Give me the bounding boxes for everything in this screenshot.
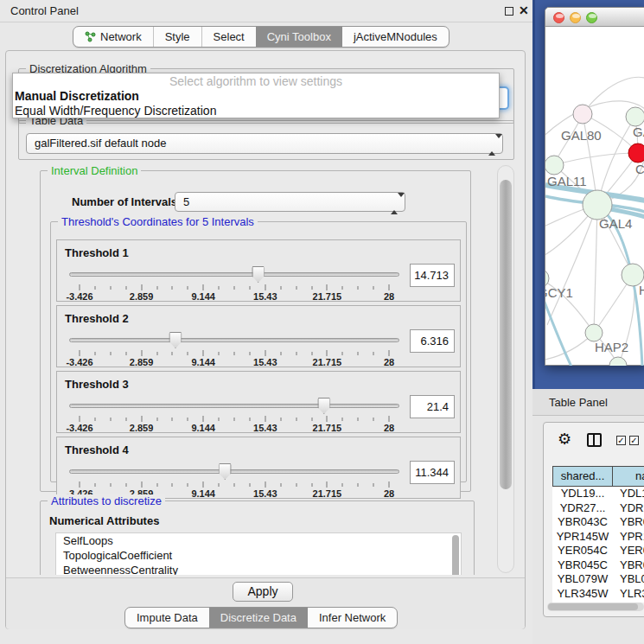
split-columns-icon[interactable] xyxy=(587,433,602,447)
column-header-name[interactable]: na xyxy=(613,466,644,487)
panel-scrollbar[interactable] xyxy=(497,165,514,573)
tick-label: 21.715 xyxy=(313,357,342,367)
panel-scrollbar-thumb[interactable] xyxy=(500,180,512,489)
checkbox-icon[interactable]: ✓ xyxy=(616,436,626,445)
tab-label: Discretize Data xyxy=(220,608,296,628)
checkbox-icon[interactable]: ✓ xyxy=(629,436,639,445)
apply-button[interactable]: Apply xyxy=(233,582,293,602)
attribute-list-item[interactable]: BetweennessCentrality xyxy=(56,563,461,575)
tab-select[interactable]: Select xyxy=(201,27,256,47)
table-row[interactable]: YBL079WYBL0 xyxy=(552,572,644,587)
threshold-label: Threshold 4 xyxy=(65,443,129,456)
network-edge xyxy=(547,205,597,325)
slider-ticks xyxy=(80,416,389,423)
network-canvas[interactable]: GAL80GACGAL11GAL4HGCY1HAP2 xyxy=(545,27,644,366)
slider-tick-labels: -3.4262.8599.14415.4321.71528 xyxy=(80,291,389,302)
table-row[interactable]: YLR345WYLR3 xyxy=(552,587,644,602)
threshold-panel: Threshold 4 -3.4262.8599.14415.4321.7152… xyxy=(56,437,461,499)
attribute-list-item[interactable]: TopologicalCoefficient xyxy=(56,548,461,563)
slider-ticks xyxy=(80,350,389,357)
network-node xyxy=(585,324,603,341)
group-title: Interval Definition xyxy=(48,164,141,177)
zoom-traffic-light[interactable] xyxy=(586,12,597,23)
threshold-panel: Threshold 1 -3.4262.8599.14415.4321.7152… xyxy=(56,239,461,302)
tab-cyni-toolbox[interactable]: Cyni Toolbox xyxy=(256,27,342,47)
network-view-window: GAL80GACGAL11GAL4HGCY1HAP2 xyxy=(545,7,644,366)
table-row[interactable]: YBR045CYBR0 xyxy=(552,558,644,573)
threshold-value-field[interactable]: 21.4 xyxy=(410,395,455,418)
threshold-value-field[interactable]: 6.316 xyxy=(410,329,455,353)
spinner-icons xyxy=(391,197,399,210)
float-window-icon[interactable] xyxy=(505,7,513,16)
tick-label: -3.426 xyxy=(66,291,92,302)
tab-network[interactable]: Network xyxy=(73,27,153,47)
settings-viewport: Interval Definition Number of Intervals … xyxy=(13,163,494,575)
table-horizontal-scrollbar-thumb[interactable] xyxy=(548,603,638,610)
table-panel-title: Table Panel xyxy=(549,396,608,409)
network-node xyxy=(626,107,644,126)
algorithm-dropdown: Select algorithm to view settings Manual… xyxy=(12,73,500,118)
dropdown-hint[interactable]: Select algorithm to view settings xyxy=(13,73,499,89)
slider-thumb[interactable] xyxy=(317,398,330,414)
tick-label: 28 xyxy=(384,423,394,433)
interval-definition-group: Interval Definition Number of Intervals … xyxy=(40,170,471,492)
tab-label: Impute Data xyxy=(137,608,198,628)
threshold-slider[interactable]: -3.4262.8599.14415.4321.71528 xyxy=(69,398,399,430)
tab-style[interactable]: Style xyxy=(153,27,201,47)
minimize-traffic-light[interactable] xyxy=(570,12,581,23)
column-header-shared-name[interactable]: shared... xyxy=(552,466,613,487)
tick-label: 15.43 xyxy=(253,291,277,302)
bottom-tab-bar: Impute Data Discretize Data Infer Networ… xyxy=(124,607,398,628)
network-node-label: GAL11 xyxy=(547,174,587,188)
tab-impute-data[interactable]: Impute Data xyxy=(125,608,209,628)
table-row[interactable]: YER054CYER0 xyxy=(552,544,644,558)
threshold-slider[interactable]: -3.4262.8599.14415.4321.71528 xyxy=(69,332,399,365)
slider-thumb[interactable] xyxy=(219,463,232,480)
option-equal-width-frequency[interactable]: Equal Width/Frequency Discretization xyxy=(13,104,499,118)
desktop-background-edge xyxy=(532,0,535,389)
node-table-widget: ⚙ ✓ ✓ shared... na YDL19...YDL1YDR27...Y… xyxy=(543,422,644,617)
network-node-label: GCY1 xyxy=(545,285,573,300)
table-panel: Table Panel ⚙ ✓ ✓ shared... na YDL19...Y… xyxy=(532,389,644,644)
node-table[interactable]: shared... na YDL19...YDL1YDR27...YDR2YBR… xyxy=(552,466,644,603)
table-row[interactable]: YDR27...YDR2 xyxy=(552,501,644,516)
slider-ticks xyxy=(80,481,389,488)
table-data-select[interactable]: galFiltered.sif default node xyxy=(26,133,503,154)
network-node xyxy=(545,156,564,175)
list-scrollbar-thumb[interactable] xyxy=(452,535,459,575)
threshold-panel: Threshold 3 -3.4262.8599.14415.4321.7152… xyxy=(56,371,461,433)
attribute-list-item[interactable]: SelfLoops xyxy=(56,533,461,548)
option-manual-discretization[interactable]: Manual Discretization xyxy=(13,89,499,104)
numerical-attributes-list[interactable]: SelfLoopsTopologicalCoefficientBetweenne… xyxy=(55,532,462,575)
table-row[interactable]: YDL19...YDL1 xyxy=(552,487,644,501)
close-traffic-light[interactable] xyxy=(553,12,564,23)
tick-label: 9.144 xyxy=(191,423,215,433)
network-node xyxy=(573,105,592,124)
table-row[interactable]: YBR043CYBR0 xyxy=(552,515,644,530)
threshold-value-field[interactable]: 14.713 xyxy=(410,264,455,287)
slider-thumb[interactable] xyxy=(252,266,265,283)
tick-label: 2.859 xyxy=(130,357,154,367)
tab-discretize-data[interactable]: Discretize Data xyxy=(209,608,308,628)
tick-label: 28 xyxy=(384,357,394,367)
threshold-slider[interactable]: -3.4262.8599.14415.4321.71528 xyxy=(69,463,399,496)
threshold-label: Threshold 1 xyxy=(65,246,129,259)
spinner-up-icon xyxy=(488,138,495,156)
tab-jactivemnodules[interactable]: jActiveMNodules xyxy=(342,27,449,47)
number-of-intervals-select[interactable]: 5 xyxy=(175,192,405,212)
tick-label: 28 xyxy=(384,488,394,499)
network-window-titlebar[interactable] xyxy=(545,8,644,27)
slider-thumb[interactable] xyxy=(169,332,182,348)
tab-label: Infer Network xyxy=(319,608,386,628)
tick-label: 21.715 xyxy=(313,423,342,433)
threshold-value-field[interactable]: 11.344 xyxy=(410,461,455,484)
top-tab-bar: Network Style Select Cyni Toolbox jActiv… xyxy=(73,26,450,48)
threshold-panel: Threshold 2 -3.4262.8599.14415.4321.7152… xyxy=(56,305,461,367)
table-row[interactable]: YPR145WYPR1 xyxy=(552,530,644,545)
close-icon[interactable]: ✕ xyxy=(519,3,529,17)
settings-gear-icon[interactable]: ⚙ xyxy=(558,430,571,449)
selected-table: galFiltered.sif default node xyxy=(35,134,166,153)
threshold-slider[interactable]: -3.4262.8599.14415.4321.71528 xyxy=(69,266,399,299)
tab-infer-network[interactable]: Infer Network xyxy=(308,608,397,628)
table-horizontal-scrollbar[interactable] xyxy=(547,603,644,611)
